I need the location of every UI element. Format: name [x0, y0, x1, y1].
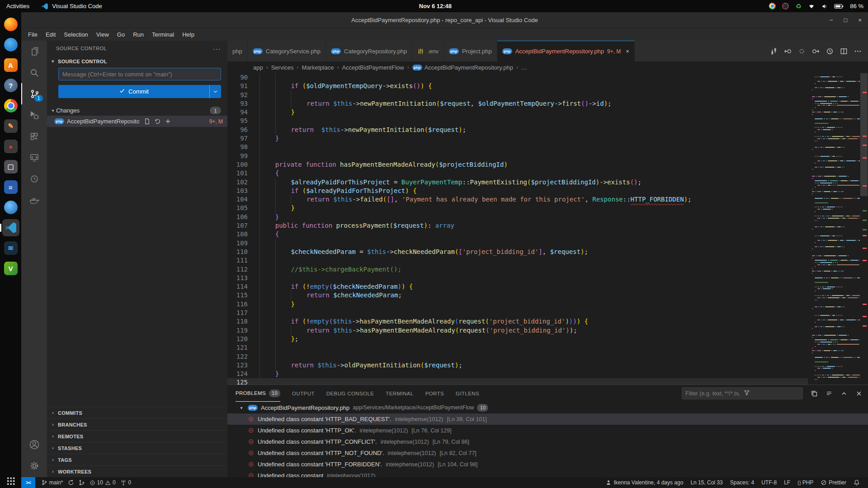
close-tab-icon[interactable]: × [626, 48, 629, 55]
code-line[interactable]: 109 [227, 239, 808, 248]
code-line[interactable]: 93return $this->newPaymentInitiation($re… [227, 99, 808, 108]
problem-row[interactable]: Undefined class constant 'HTTP_BAD_REQUE… [227, 413, 868, 425]
focused-app[interactable]: Visual Studio Code [41, 3, 102, 10]
breadcrumb[interactable]: app›Services›Marketplace›AcceptBidPaymen… [227, 61, 868, 73]
breadcrumb-item[interactable]: … [521, 64, 527, 71]
code-line[interactable]: 92 [227, 91, 808, 99]
status-prettier[interactable]: Prettier [817, 477, 850, 488]
recycle-indicator-icon[interactable]: ♻ [795, 3, 802, 10]
status-eol[interactable]: LF [780, 477, 794, 488]
problem-row[interactable]: Undefined class constant 'HTTP_OK'.intel… [227, 425, 868, 436]
more-actions-icon[interactable]: ··· [213, 45, 221, 52]
code-line[interactable]: 110$checkNeededParam = $this->checkNeede… [227, 248, 808, 256]
code-line[interactable]: 104return $this->failed([], 'Payment has… [227, 195, 808, 204]
code-line[interactable]: 125 [227, 378, 808, 385]
minimize-button[interactable]: − [830, 17, 833, 23]
code-line[interactable]: 102$alreadyPaidForThisProject = BuyerPay… [227, 178, 808, 187]
panel-tab-output[interactable]: OUTPUT [292, 385, 315, 402]
dock-item-virtualbox[interactable]: V [2, 260, 19, 277]
panel-tab-gitlens[interactable]: GITLENS [456, 385, 479, 402]
dock-item-files-app[interactable]: ▢ [2, 158, 19, 175]
activity-settings[interactable] [21, 455, 47, 476]
menu-selection[interactable]: Selection [60, 30, 92, 39]
code-line[interactable]: 96return $this->newPaymentInitiation($re… [227, 126, 808, 134]
code-line[interactable]: 90 [227, 73, 808, 82]
status-ports-forwarded[interactable]: 0 [118, 477, 134, 488]
commit-message-input[interactable]: Message (Ctrl+Enter to commit on "main") [58, 68, 221, 80]
code-line[interactable]: 107public function processPayment($reque… [227, 221, 808, 230]
dock-item-vscode[interactable] [2, 219, 19, 236]
code-line[interactable]: 123return $this->oldPaymentInitiation($r… [227, 361, 808, 370]
commit-button[interactable]: Commit [58, 85, 221, 98]
status-git-branch[interactable]: main* [39, 477, 66, 488]
code-line[interactable]: 100private function hasPaymentBeenMadeAl… [227, 160, 808, 169]
chrome-tray-icon[interactable] [769, 3, 776, 10]
compare-changes-icon[interactable] [770, 47, 778, 55]
status-problems-summary[interactable]: 100 [87, 477, 118, 488]
code-line[interactable]: 91if ($oldPaymentTempQuery->exists()) { [227, 82, 808, 90]
status-git-sync[interactable] [66, 477, 76, 488]
tab-acceptbidpaymentrepository-php[interactable]: phpAcceptBidPaymentRepository.php9+, M× [497, 41, 635, 61]
menu-terminal[interactable]: Terminal [148, 30, 178, 39]
code-line[interactable]: 117 [227, 309, 808, 317]
panel-tab-debug-console[interactable]: DEBUG CONSOLE [326, 385, 374, 402]
activity-explorer[interactable] [21, 41, 47, 62]
restore-button[interactable]: □ [844, 17, 848, 23]
panel-tab-problems[interactable]: PROBLEMS10 [236, 385, 280, 402]
activity-accounts[interactable] [21, 434, 47, 455]
activity-source-control[interactable]: 1 [21, 83, 47, 104]
problem-row[interactable]: Undefined class constantintelephense(101… [227, 470, 868, 477]
breadcrumb-item[interactable]: phpAcceptBidPaymentRepository.php [412, 64, 513, 71]
code-line[interactable]: 111 [227, 256, 808, 265]
dock-item-firefox[interactable] [2, 16, 19, 33]
breadcrumb-item[interactable]: Services [271, 64, 294, 71]
clock[interactable]: Nov 6 12:48 [419, 0, 452, 12]
tab-categoryservice-php[interactable]: phpCategoryService.php [248, 41, 326, 61]
code-line[interactable]: 106} [227, 213, 808, 221]
app-indicator-icon[interactable] [782, 3, 789, 10]
changed-file-row[interactable]: php AcceptBidPaymentRepositor… 9+, M [47, 116, 227, 127]
status-blame-annotation[interactable]: Ikenna Valentine, 4 days ago [602, 477, 687, 488]
split-editor-icon[interactable] [840, 47, 848, 55]
code-line[interactable]: 97} [227, 134, 808, 143]
commit-dropdown-button[interactable] [209, 85, 221, 98]
changes-section-header[interactable]: ▾ Changes 1 [47, 105, 227, 116]
code-line[interactable]: 105} [227, 204, 808, 212]
tab--env[interactable]: .env [412, 41, 444, 61]
code-line[interactable]: 99 [227, 152, 808, 160]
show-applications-icon[interactable] [6, 477, 15, 485]
current-change-icon[interactable] [798, 47, 806, 55]
problems-file-group[interactable]: ▾ php AcceptBidPaymentRepository.php app… [227, 402, 868, 413]
panel-tab-terminal[interactable]: TERMINAL [386, 385, 413, 402]
status-gitlens-graph[interactable] [76, 477, 87, 488]
problem-row[interactable]: Undefined class constant 'HTTP_NOT_FOUND… [227, 447, 868, 459]
status-notifications[interactable] [850, 477, 863, 488]
code-line[interactable]: 120}; [227, 335, 808, 343]
tab-categoryrepository-php[interactable]: phpCategoryRepository.php [326, 41, 412, 61]
code-line[interactable]: 115return $checkNeededParam; [227, 291, 808, 300]
status-language-mode[interactable]: { }PHP [794, 477, 817, 488]
code-line[interactable]: 114if (!empty($checkNeededParam)) { [227, 282, 808, 291]
activity-docker[interactable] [21, 189, 47, 211]
activity-run-debug[interactable] [21, 104, 47, 126]
code-line[interactable]: 98 [227, 143, 808, 151]
sidebar-section-stashes[interactable]: ›STASHES [47, 442, 227, 454]
volume-icon[interactable] [821, 3, 828, 10]
code-line[interactable]: 94} [227, 108, 808, 117]
dock-item-help[interactable]: ? [2, 77, 19, 94]
code-line[interactable]: 101{ [227, 169, 808, 178]
code-line[interactable]: 122 [227, 352, 808, 361]
minimap[interactable] [809, 74, 860, 385]
code-line[interactable]: 119return $this->hasPaymentBeenMadeAlrea… [227, 326, 808, 335]
problems-filter-input[interactable]: Filter (e.g. text, **/*.ts, !**/node… [682, 387, 803, 399]
collapse-all-icon[interactable] [826, 390, 833, 397]
dock-item-chrome[interactable] [2, 97, 19, 114]
dock-item-libreoffice-impress[interactable]: ● [2, 138, 19, 155]
activity-search[interactable] [21, 62, 47, 83]
code-line[interactable]: 116} [227, 300, 808, 309]
activity-gitlens[interactable] [21, 168, 47, 189]
code-line[interactable]: 112//$this->chargeBackPayment(); [227, 265, 808, 274]
discard-changes-icon[interactable] [154, 118, 161, 125]
titlebar[interactable]: AcceptBidPaymentRepository.php - repo_co… [21, 12, 868, 28]
menu-help[interactable]: Help [178, 30, 198, 39]
